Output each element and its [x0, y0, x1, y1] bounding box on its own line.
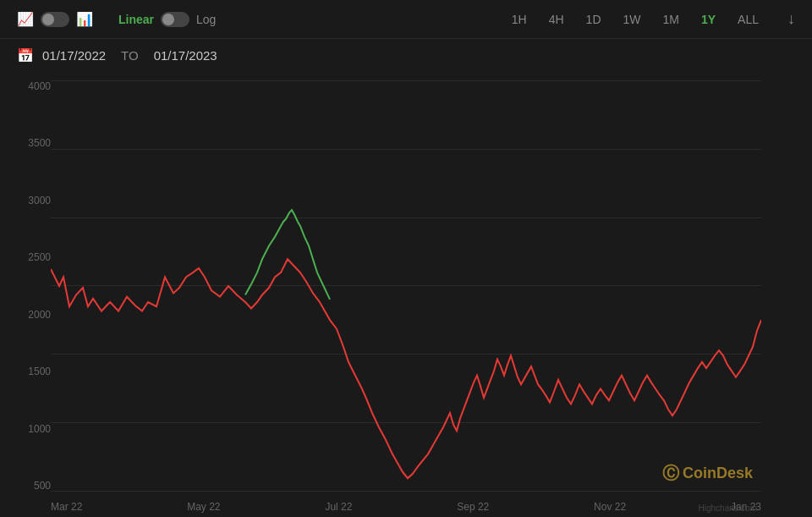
- y-label-500: 500: [34, 480, 51, 492]
- y-label-1500: 1500: [28, 366, 51, 377]
- y-axis: 4000 3500 3000 2500 2000 1500 1000 500: [8, 80, 51, 492]
- time-btn-1w[interactable]: 1W: [620, 11, 645, 28]
- calendar-icon[interactable]: 📅: [17, 47, 34, 63]
- time-btn-all[interactable]: ALL: [734, 11, 762, 28]
- time-btn-1h[interactable]: 1H: [508, 11, 530, 28]
- y-label-4000: 4000: [28, 80, 51, 92]
- coindesk-icon: Ⓒ: [662, 462, 679, 485]
- x-axis: Mar 22 May 22 Jul 22 Sep 22 Nov 22 Jan 2…: [51, 501, 761, 513]
- linear-label[interactable]: Linear: [118, 13, 154, 26]
- chart-type-toggle[interactable]: [41, 12, 69, 27]
- y-label-2500: 2500: [28, 251, 51, 263]
- time-btn-1d[interactable]: 1D: [583, 11, 605, 28]
- chart-area: 4000 3500 3000 2500 2000 1500 1000 500 M…: [0, 72, 812, 517]
- y-label-2000: 2000: [28, 309, 51, 321]
- price-chart-svg: [51, 80, 761, 492]
- highcharts-watermark: Highcharts.com: [699, 503, 757, 513]
- log-label[interactable]: Log: [196, 13, 216, 26]
- chart-type-icons: 📈 📊: [17, 11, 93, 27]
- area-chart-icon[interactable]: 📈: [17, 11, 34, 27]
- date-range: 📅 01/17/2022 TO 01/17/2023: [0, 39, 812, 72]
- x-label-sep22: Sep 22: [457, 501, 489, 513]
- date-from[interactable]: 01/17/2022: [42, 48, 106, 63]
- time-btn-4h[interactable]: 4H: [546, 11, 568, 28]
- toolbar: 📈 📊 Linear Log 1H 4H 1D 1W 1M 1Y ALL ↓: [0, 0, 812, 39]
- price-line-red: [51, 259, 761, 478]
- price-line-green: [245, 210, 330, 300]
- time-buttons: 1H 4H 1D 1W 1M 1Y ALL: [508, 11, 762, 28]
- bar-chart-icon[interactable]: 📊: [76, 11, 93, 27]
- coindesk-watermark: Ⓒ CoinDesk: [662, 462, 753, 485]
- y-label-3500: 3500: [28, 137, 51, 149]
- highcharts-label: Highcharts.com: [699, 503, 757, 513]
- date-to[interactable]: 01/17/2023: [154, 48, 217, 63]
- to-label: TO: [121, 48, 139, 63]
- coindesk-label: CoinDesk: [683, 465, 753, 482]
- x-label-may22: May 22: [187, 501, 220, 513]
- x-label-jul22: Jul 22: [325, 501, 352, 513]
- time-btn-1y[interactable]: 1Y: [698, 11, 719, 28]
- x-label-nov22: Nov 22: [594, 501, 626, 513]
- linear-log-group: Linear Log: [118, 12, 216, 27]
- y-label-1000: 1000: [28, 423, 51, 435]
- time-btn-1m[interactable]: 1M: [660, 11, 683, 28]
- x-label-mar22: Mar 22: [51, 501, 82, 513]
- download-button[interactable]: ↓: [787, 10, 795, 28]
- linear-log-toggle[interactable]: [161, 12, 189, 27]
- chart-container: 📈 📊 Linear Log 1H 4H 1D 1W 1M 1Y ALL ↓ 📅: [0, 0, 812, 517]
- y-label-3000: 3000: [28, 195, 51, 206]
